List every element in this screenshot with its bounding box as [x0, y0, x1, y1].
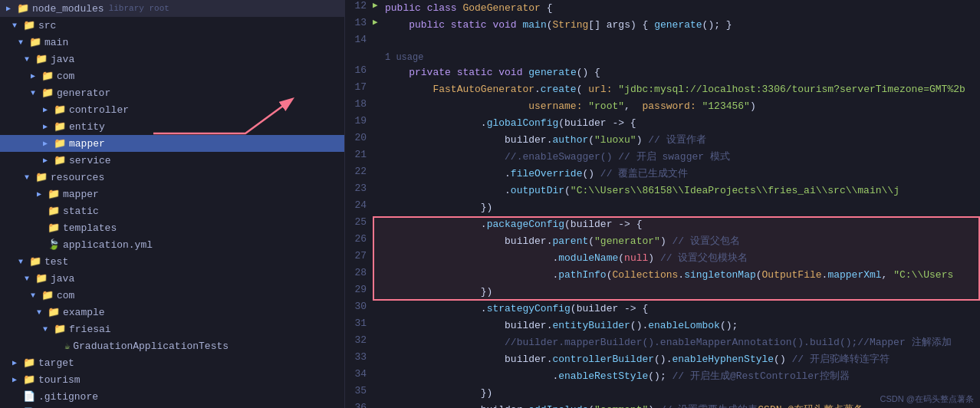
arrow-icon: ▶ — [37, 189, 48, 199]
folder-icon: 📁 — [23, 373, 35, 386]
arrow-icon: ▶ — [43, 156, 54, 165]
folder-icon: 📁 — [54, 104, 66, 116]
folder-icon: 📁 — [48, 306, 60, 318]
arrow-icon: ▶ — [31, 71, 41, 81]
code-area: 12 ▶ public class GodeGenerator { 13 ▶ p… — [345, 0, 980, 408]
code-line-32: 32 //builder.mapperBuilder().enableMappe… — [345, 334, 980, 351]
yaml-icon: 🍃 — [48, 239, 60, 251]
folder-icon: 📁 — [35, 53, 48, 65]
arrow-icon: ▼ — [31, 291, 41, 300]
folder-icon: 📁 — [41, 87, 54, 99]
arrow-icon: ▶ — [6, 4, 17, 13]
folder-icon: 📁 — [23, 357, 35, 369]
arrow-icon: ▶ — [12, 375, 23, 384]
tree-item-node-modules[interactable]: ▶ 📁 node_modules library root — [0, 0, 344, 17]
code-line-34: 34 .enableRestStyle(); // 开启生成@RestContr… — [345, 368, 980, 385]
code-line-18: 18 username: "root", password: "123456") — [345, 98, 980, 115]
folder-icon: 📁 — [29, 36, 41, 48]
code-line-23: 23 .outputDir("C:\\Users\\86158\\IdeaPro… — [345, 183, 980, 199]
arrow-icon: ▶ — [43, 139, 54, 148]
code-line-21: 21 //.enableSwagger() // 开启 swagger 模式 — [345, 149, 980, 166]
tree-item-static[interactable]: 📁 static — [0, 202, 344, 219]
tree-item-graduation-iml[interactable]: 📄 graduation.iml — [0, 405, 344, 408]
folder-icon: 📁 — [48, 222, 60, 234]
folder-icon: 📁 — [35, 272, 48, 285]
code-line-27: 27 .moduleName(null) // 设置父包模块名 — [345, 250, 980, 267]
folder-icon: 📁 — [17, 2, 29, 15]
tree-item-java[interactable]: ▼ 📁 java — [0, 51, 344, 67]
folder-icon: 📁 — [29, 255, 41, 268]
file-icon: 📄 — [23, 390, 35, 403]
arrow-icon: ▼ — [25, 275, 35, 283]
arrow-icon: ▶ — [43, 105, 54, 114]
tree-item-example[interactable]: ▼ 📁 example — [0, 304, 344, 321]
code-line-28: 28 .pathInfo(Collections.singletonMap(Ou… — [345, 267, 980, 284]
folder-icon: 📁 — [48, 205, 60, 217]
code-line-24: 24 }) — [345, 199, 980, 216]
tree-item-generator[interactable]: ▼ 📁 generator — [0, 84, 344, 101]
tree-item-java-test[interactable]: ▼ 📁 java — [0, 270, 344, 287]
folder-icon: 📁 — [35, 171, 48, 183]
folder-icon: 📁 — [54, 154, 66, 166]
code-line-19: 19 .globalConfig(builder -> { — [345, 115, 980, 132]
code-line-30: 30 .strategyConfig(builder -> { — [345, 301, 980, 318]
folder-icon: 📁 — [54, 120, 66, 133]
code-line-17: 17 FastAutoGenerator.create( url: "jdbc:… — [345, 81, 980, 98]
tree-item-resources[interactable]: ▼ 📁 resources — [0, 169, 344, 186]
arrow-icon: ▼ — [31, 89, 41, 97]
arrow-icon: ▼ — [25, 55, 35, 64]
arrow-icon: ▼ — [43, 325, 54, 334]
folder-icon: 📁 — [41, 70, 54, 82]
arrow-icon: ▼ — [18, 258, 29, 266]
tree-item-test[interactable]: ▼ 📁 test — [0, 253, 344, 270]
code-line-25: 25 .packageConfig(builder -> { — [345, 216, 980, 233]
code-line-14: 14 — [345, 34, 980, 51]
tree-item-service[interactable]: ▶ 📁 service — [0, 152, 344, 169]
arrow-icon: ▼ — [12, 21, 23, 30]
code-line-31: 31 builder.entityBuilder().enableLombok(… — [345, 318, 980, 334]
tree-item-graduation-tests[interactable]: ☕ GraduationApplicationTests — [0, 337, 344, 354]
tree-item-gitignore[interactable]: 📄 .gitignore — [0, 388, 344, 405]
file-tree-panel: ▶ 📁 node_modules library root ▼ 📁 src ▼ … — [0, 0, 345, 408]
code-line-26: 26 builder.parent("generator") // 设置父包名 — [345, 233, 980, 250]
usage-hint: 1 usage — [345, 51, 980, 64]
arrow-icon: ▶ — [12, 358, 23, 367]
folder-icon: 📁 — [23, 19, 35, 31]
tree-item-entity[interactable]: ▶ 📁 entity — [0, 118, 344, 135]
arrow-icon: ▼ — [18, 38, 29, 47]
code-line-13: 13 ▶ public static void main(String[] ar… — [345, 17, 980, 34]
code-line-20: 20 builder.author("luoxu") // 设置作者 — [345, 132, 980, 149]
tree-item-com[interactable]: ▶ 📁 com — [0, 67, 344, 84]
tree-item-target[interactable]: ▶ 📁 target — [0, 354, 344, 371]
tree-item-application-yml[interactable]: 🍃 application.yml — [0, 236, 344, 253]
code-line-22: 22 .fileOverride() // 覆盖已生成文件 — [345, 166, 980, 183]
code-line-12: 12 ▶ public class GodeGenerator { — [345, 0, 980, 17]
run-button-13[interactable]: ▶ — [373, 17, 385, 27]
code-line-33: 33 builder.controllerBuilder().enableHyp… — [345, 351, 980, 368]
tree-item-main[interactable]: ▼ 📁 main — [0, 34, 344, 51]
tree-item-src[interactable]: ▼ 📁 src — [0, 17, 344, 34]
tree-item-mapper-resources[interactable]: ▶ 📁 mapper — [0, 186, 344, 202]
tree-item-templates[interactable]: 📁 templates — [0, 219, 344, 236]
tree-item-mapper[interactable]: ▶ 📁 mapper — [0, 135, 344, 152]
folder-icon: 📁 — [48, 188, 60, 200]
folder-icon: 📁 — [54, 137, 66, 150]
tree-item-friesai[interactable]: ▼ 📁 friesai — [0, 321, 344, 337]
arrow-icon: ▼ — [37, 308, 48, 317]
arrow-icon: ▶ — [43, 122, 54, 131]
java-icon: ☕ — [64, 341, 70, 352]
code-line-29: 29 }) — [345, 284, 980, 301]
folder-icon: 📁 — [41, 289, 54, 301]
folder-icon: 📁 — [54, 323, 66, 335]
watermark: CSDN @在码头整点薯条 — [880, 393, 974, 405]
highlight-section: 25 .packageConfig(builder -> { 26 builde… — [345, 216, 980, 301]
run-button-12[interactable]: ▶ — [373, 0, 385, 10]
code-line-16: 16 private static void generate() { — [345, 64, 980, 81]
code-editor: 12 ▶ public class GodeGenerator { 13 ▶ p… — [345, 0, 980, 408]
tree-item-tourism[interactable]: ▶ 📁 tourism — [0, 371, 344, 388]
tree-item-com-test[interactable]: ▼ 📁 com — [0, 287, 344, 304]
arrow-icon: ▼ — [25, 173, 35, 182]
tree-item-controller[interactable]: ▶ 📁 controller — [0, 101, 344, 118]
